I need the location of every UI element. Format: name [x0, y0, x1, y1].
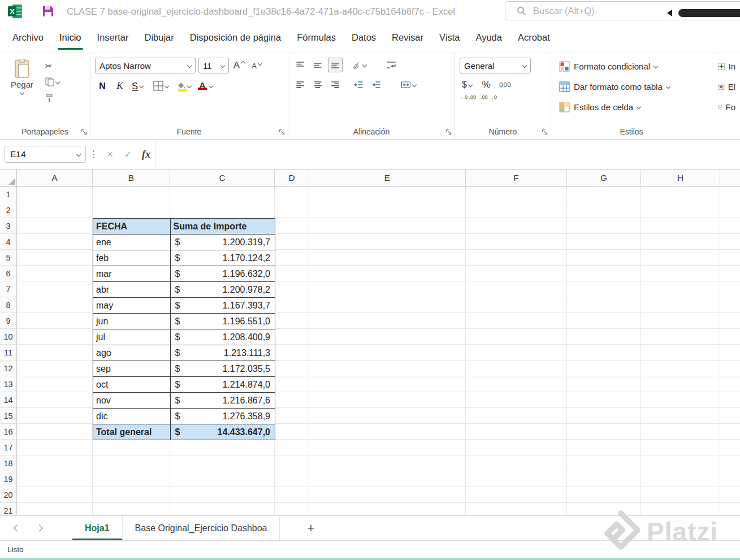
row-header-8[interactable]: 8	[0, 297, 17, 313]
cell[interactable]	[641, 234, 720, 250]
cell[interactable]	[309, 455, 466, 471]
cell[interactable]	[466, 250, 567, 266]
cell[interactable]	[170, 455, 275, 471]
decrease-font-size-button[interactable]: A	[249, 58, 264, 73]
cell[interactable]	[93, 487, 170, 503]
horizontal-scrollbar-thumb[interactable]	[678, 9, 740, 17]
cell[interactable]	[720, 424, 740, 440]
cell[interactable]	[641, 329, 720, 345]
pivot-amount-cell[interactable]: $1.276.358,9	[171, 409, 275, 424]
format-cells-button[interactable]: Fo	[718, 98, 735, 115]
clipboard-dialog-launcher-icon[interactable]	[81, 129, 87, 135]
cell[interactable]	[641, 376, 720, 392]
pivot-amount-cell[interactable]: $1.213.111,3	[171, 345, 275, 361]
pivot-amount-cell[interactable]: $1.196.632,0	[171, 266, 275, 282]
cell[interactable]	[170, 440, 275, 455]
cell[interactable]	[275, 392, 309, 408]
cell[interactable]	[309, 345, 466, 361]
cell[interactable]	[567, 186, 641, 202]
cell[interactable]	[720, 281, 740, 297]
pivot-amount-cell[interactable]: $1.200.319,7	[171, 235, 275, 250]
cell[interactable]	[170, 202, 275, 218]
cell[interactable]	[17, 266, 93, 281]
menu-tab-inicio[interactable]: Inicio	[51, 23, 89, 53]
cell[interactable]	[466, 313, 567, 329]
cell[interactable]	[641, 455, 720, 471]
cell[interactable]	[567, 234, 641, 250]
cell[interactable]	[93, 455, 170, 471]
cell[interactable]	[275, 297, 309, 313]
number-dialog-launcher-icon[interactable]	[542, 129, 548, 135]
cell[interactable]	[93, 186, 170, 202]
row-header-3[interactable]: 3	[0, 218, 17, 234]
row-header-21[interactable]: 21	[0, 503, 17, 515]
cell[interactable]	[17, 392, 93, 408]
pivot-amount-cell[interactable]: $1.200.978,2	[171, 282, 275, 298]
insert-function-icon[interactable]: fx	[137, 145, 155, 163]
column-header-c[interactable]: C	[170, 170, 275, 186]
row-header-2[interactable]: 2	[0, 202, 17, 218]
cell[interactable]	[466, 234, 567, 250]
cell[interactable]	[466, 471, 567, 487]
cell[interactable]	[17, 376, 93, 392]
cell[interactable]	[17, 361, 93, 376]
italic-button[interactable]: K	[112, 79, 127, 93]
pivot-amount-cell[interactable]: $1.167.393,7	[171, 298, 275, 314]
delete-cells-button[interactable]: El	[718, 78, 735, 95]
row-header-6[interactable]: 6	[0, 266, 17, 281]
align-middle-button[interactable]	[310, 58, 325, 72]
insert-cells-button[interactable]: In	[718, 58, 735, 75]
row-header-19[interactable]: 19	[0, 471, 17, 487]
pivot-month-cell[interactable]: nov	[93, 393, 171, 409]
row-header-11[interactable]: 11	[0, 345, 17, 361]
tab-options-dots-icon[interactable]	[649, 524, 651, 532]
pivot-amount-cell[interactable]: $1.196.551,0	[171, 314, 275, 329]
cell[interactable]	[309, 297, 466, 313]
decrease-indent-button[interactable]	[351, 77, 366, 92]
cell[interactable]	[309, 471, 466, 487]
cell[interactable]	[567, 361, 641, 376]
cell[interactable]	[567, 487, 641, 503]
cell[interactable]	[641, 297, 720, 313]
conditional-formatting-button[interactable]: Formato condicional	[559, 58, 707, 75]
comma-format-button[interactable]: 000	[498, 77, 513, 92]
cell[interactable]	[720, 297, 740, 313]
cell[interactable]	[720, 329, 740, 345]
confirm-entry-icon[interactable]: ✓	[119, 145, 137, 163]
pivot-amount-cell[interactable]: $1.172.035,5	[171, 361, 275, 377]
cell[interactable]	[720, 503, 740, 515]
cell[interactable]	[567, 408, 641, 424]
row-header-13[interactable]: 13	[0, 376, 17, 392]
row-header-10[interactable]: 10	[0, 329, 17, 345]
sheet-tab-hoja1[interactable]: Hoja1	[72, 516, 123, 540]
paste-button[interactable]: Pegar	[5, 58, 40, 124]
font-dialog-launcher-icon[interactable]	[279, 129, 285, 135]
wrap-text-button[interactable]	[384, 58, 399, 72]
font-size-select[interactable]: 11	[198, 58, 229, 73]
cell[interactable]	[17, 424, 93, 440]
orientation-button[interactable]: ab	[351, 58, 366, 72]
row-header-5[interactable]: 5	[0, 250, 17, 266]
cell[interactable]	[720, 202, 740, 218]
cell[interactable]	[17, 297, 93, 313]
cell[interactable]	[17, 281, 93, 297]
cell[interactable]	[275, 234, 309, 250]
align-left-button[interactable]	[293, 77, 308, 92]
cell[interactable]	[720, 487, 740, 503]
cell[interactable]	[567, 455, 641, 471]
cell[interactable]	[720, 440, 740, 455]
decrease-decimal-button[interactable]: .00 →0	[481, 95, 497, 100]
column-header-b[interactable]: B	[93, 170, 170, 186]
borders-button[interactable]	[153, 79, 168, 93]
pivot-month-cell[interactable]: ene	[93, 235, 171, 250]
cell[interactable]	[17, 471, 93, 487]
cell[interactable]	[641, 361, 720, 376]
cell[interactable]	[466, 202, 567, 218]
fill-color-button[interactable]	[176, 79, 191, 93]
column-header-a[interactable]: A	[17, 170, 93, 186]
column-header-f[interactable]: F	[466, 170, 567, 186]
pivot-month-cell[interactable]: sep	[93, 361, 171, 377]
cell[interactable]	[567, 329, 641, 345]
column-header-e[interactable]: E	[309, 170, 466, 186]
cell[interactable]	[720, 471, 740, 487]
